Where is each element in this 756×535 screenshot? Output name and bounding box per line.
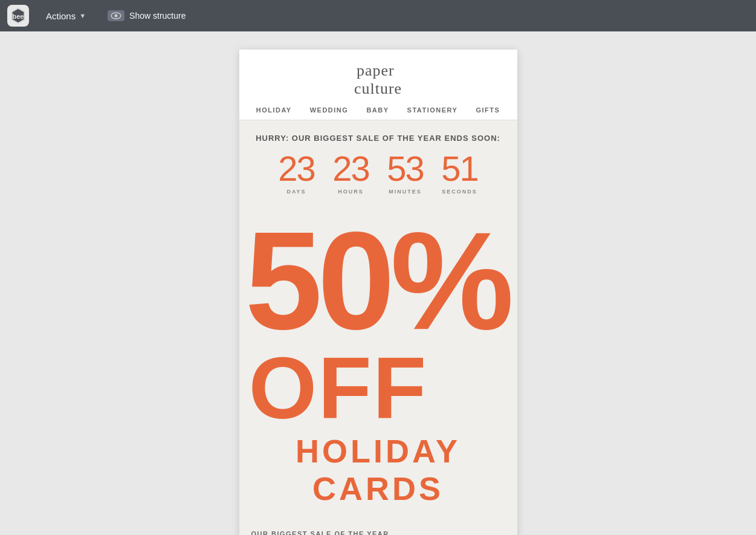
show-structure-label: Show structure — [129, 11, 186, 21]
hurry-text: HURRY: OUR BIGGEST SALE OF THE YEAR ENDS… — [251, 134, 505, 143]
sale-section: 50 % OFF HOLIDAY CARDS — [239, 206, 517, 519]
seconds-value: 51 — [441, 151, 478, 186]
bee-logo-icon: bee — [10, 7, 27, 24]
countdown-section: HURRY: OUR BIGGEST SALE OF THE YEAR ENDS… — [239, 120, 517, 206]
countdown-days: 23 DAYS — [270, 151, 324, 195]
off-text: OFF — [239, 345, 517, 432]
svg-point-3 — [115, 15, 118, 18]
actions-button[interactable]: Actions ▼ — [41, 8, 91, 24]
countdown-seconds: 51 SECONDS — [433, 151, 487, 195]
seconds-label: SECONDS — [442, 189, 477, 195]
nav-item-baby[interactable]: BABY — [366, 106, 389, 114]
svg-text:bee: bee — [13, 13, 24, 20]
nav-item-holiday[interactable]: HOLIDAY — [256, 106, 292, 114]
percent-symbol: % — [390, 212, 514, 351]
brand-logo: paper culture — [354, 62, 402, 98]
eye-icon — [108, 10, 124, 21]
minutes-value: 53 — [387, 151, 424, 186]
fifty-number: 50 — [245, 212, 390, 351]
email-logo-area: paper culture — [239, 50, 517, 98]
bee-logo[interactable]: bee — [7, 5, 29, 27]
minutes-label: MINUTES — [389, 189, 422, 195]
email-preview: paper culture HOLIDAY WEDDING BABY STATI… — [239, 50, 517, 535]
toolbar: bee Actions ▼ Show structure — [0, 0, 756, 31]
countdown-numbers: 23 DAYS 23 HOURS 53 MINUTES 51 SECONDS — [251, 151, 505, 195]
fifty-percent-container: 50 % — [239, 212, 517, 351]
nav-item-wedding[interactable]: WEDDING — [310, 106, 349, 114]
brand-name-paper: paper — [357, 62, 402, 80]
nav-item-stationery[interactable]: STATIONERY — [407, 106, 458, 114]
footer-text-section: OUR BIGGEST SALE OF THE YEAR ENDS TONIGH… — [239, 519, 517, 535]
days-label: DAYS — [286, 189, 306, 195]
chevron-down-icon: ▼ — [79, 12, 86, 19]
holiday-cards-line2: CARDS — [239, 470, 517, 507]
countdown-minutes: 53 MINUTES — [378, 151, 433, 195]
nav-item-gifts[interactable]: GIFTS — [476, 106, 500, 114]
countdown-hours: 23 HOURS — [324, 151, 378, 195]
holiday-cards-line1: HOLIDAY — [239, 432, 517, 470]
hours-value: 23 — [332, 151, 369, 186]
days-value: 23 — [278, 151, 315, 186]
brand-name-culture: culture — [354, 80, 402, 98]
hours-label: HOURS — [338, 189, 364, 195]
actions-label: Actions — [46, 11, 76, 21]
footer-line1: OUR BIGGEST SALE OF THE YEAR — [251, 530, 505, 535]
main-content: paper culture HOLIDAY WEDDING BABY STATI… — [0, 31, 756, 535]
email-nav: HOLIDAY WEDDING BABY STATIONERY GIFTS — [239, 98, 517, 120]
show-structure-button[interactable]: Show structure — [103, 8, 190, 24]
